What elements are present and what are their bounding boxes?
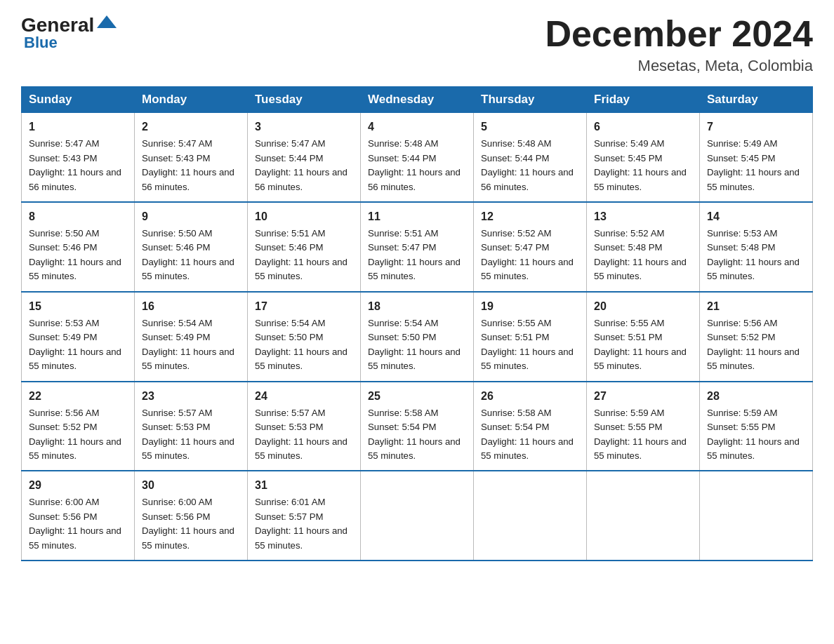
day-info: Sunrise: 5:53 AMSunset: 5:49 PMDaylight:… <box>29 318 121 371</box>
day-info: Sunrise: 6:00 AMSunset: 5:56 PMDaylight:… <box>29 497 121 550</box>
day-number: 7 <box>707 119 805 135</box>
day-number: 20 <box>594 298 692 315</box>
day-number: 2 <box>142 119 240 135</box>
calendar-week-row-4: 22 Sunrise: 5:56 AMSunset: 5:52 PMDaylig… <box>22 382 813 471</box>
logo: General Blue <box>21 14 118 52</box>
day-info: Sunrise: 5:59 AMSunset: 5:55 PMDaylight:… <box>594 408 687 461</box>
calendar-cell: 18 Sunrise: 5:54 AMSunset: 5:50 PMDaylig… <box>361 292 474 382</box>
calendar-cell <box>474 471 587 561</box>
calendar-cell: 6 Sunrise: 5:49 AMSunset: 5:45 PMDayligh… <box>587 113 700 202</box>
day-info: Sunrise: 5:49 AMSunset: 5:45 PMDaylight:… <box>707 138 800 192</box>
calendar-cell: 28 Sunrise: 5:59 AMSunset: 5:55 PMDaylig… <box>700 382 813 471</box>
day-info: Sunrise: 5:51 AMSunset: 5:47 PMDaylight:… <box>368 228 461 281</box>
calendar-cell: 29 Sunrise: 6:00 AMSunset: 5:56 PMDaylig… <box>22 471 135 561</box>
calendar-cell: 3 Sunrise: 5:47 AMSunset: 5:44 PMDayligh… <box>248 113 361 202</box>
col-saturday: Saturday <box>700 87 813 113</box>
logo-flag-icon <box>95 14 118 36</box>
calendar-cell <box>361 471 474 561</box>
calendar-week-row-5: 29 Sunrise: 6:00 AMSunset: 5:56 PMDaylig… <box>22 471 813 561</box>
day-info: Sunrise: 5:55 AMSunset: 5:51 PMDaylight:… <box>594 318 687 371</box>
calendar-cell: 2 Sunrise: 5:47 AMSunset: 5:43 PMDayligh… <box>135 113 248 202</box>
day-info: Sunrise: 5:54 AMSunset: 5:49 PMDaylight:… <box>142 318 234 371</box>
day-number: 11 <box>368 208 466 225</box>
svg-marker-0 <box>97 15 117 28</box>
day-info: Sunrise: 5:47 AMSunset: 5:43 PMDaylight:… <box>142 138 234 192</box>
day-info: Sunrise: 5:51 AMSunset: 5:46 PMDaylight:… <box>255 228 348 281</box>
calendar-cell: 25 Sunrise: 5:58 AMSunset: 5:54 PMDaylig… <box>361 382 474 471</box>
col-thursday: Thursday <box>474 87 587 113</box>
day-number: 24 <box>255 388 353 405</box>
day-info: Sunrise: 5:59 AMSunset: 5:55 PMDaylight:… <box>707 408 800 461</box>
calendar-header-row: Sunday Monday Tuesday Wednesday Thursday… <box>22 87 813 113</box>
day-number: 31 <box>255 477 353 494</box>
calendar-cell: 23 Sunrise: 5:57 AMSunset: 5:53 PMDaylig… <box>135 382 248 471</box>
calendar-cell: 30 Sunrise: 6:00 AMSunset: 5:56 PMDaylig… <box>135 471 248 561</box>
day-number: 4 <box>368 119 466 135</box>
day-info: Sunrise: 5:48 AMSunset: 5:44 PMDaylight:… <box>368 138 461 192</box>
day-info: Sunrise: 5:48 AMSunset: 5:44 PMDaylight:… <box>481 138 574 192</box>
day-info: Sunrise: 5:54 AMSunset: 5:50 PMDaylight:… <box>368 318 461 371</box>
day-info: Sunrise: 5:54 AMSunset: 5:50 PMDaylight:… <box>255 318 348 371</box>
col-sunday: Sunday <box>22 87 135 113</box>
day-info: Sunrise: 5:50 AMSunset: 5:46 PMDaylight:… <box>29 228 121 281</box>
day-number: 12 <box>481 208 579 225</box>
day-number: 14 <box>707 208 805 225</box>
col-monday: Monday <box>135 87 248 113</box>
day-info: Sunrise: 6:00 AMSunset: 5:56 PMDaylight:… <box>142 497 234 550</box>
day-number: 3 <box>255 119 353 135</box>
day-info: Sunrise: 5:49 AMSunset: 5:45 PMDaylight:… <box>594 138 687 192</box>
day-number: 13 <box>594 208 692 225</box>
calendar-cell: 27 Sunrise: 5:59 AMSunset: 5:55 PMDaylig… <box>587 382 700 471</box>
day-info: Sunrise: 5:47 AMSunset: 5:43 PMDaylight:… <box>29 138 121 192</box>
day-info: Sunrise: 5:56 AMSunset: 5:52 PMDaylight:… <box>29 408 121 461</box>
day-number: 17 <box>255 298 353 315</box>
day-number: 26 <box>481 388 579 405</box>
day-number: 27 <box>594 388 692 405</box>
day-info: Sunrise: 6:01 AMSunset: 5:57 PMDaylight:… <box>255 497 348 550</box>
calendar-cell: 17 Sunrise: 5:54 AMSunset: 5:50 PMDaylig… <box>248 292 361 382</box>
day-number: 30 <box>142 477 240 494</box>
day-info: Sunrise: 5:52 AMSunset: 5:48 PMDaylight:… <box>594 228 687 281</box>
day-number: 21 <box>707 298 805 315</box>
day-number: 29 <box>29 477 127 494</box>
calendar-cell: 4 Sunrise: 5:48 AMSunset: 5:44 PMDayligh… <box>361 113 474 202</box>
calendar-table: Sunday Monday Tuesday Wednesday Thursday… <box>21 86 813 561</box>
day-info: Sunrise: 5:55 AMSunset: 5:51 PMDaylight:… <box>481 318 574 371</box>
calendar-cell: 12 Sunrise: 5:52 AMSunset: 5:47 PMDaylig… <box>474 202 587 292</box>
calendar-cell: 10 Sunrise: 5:51 AMSunset: 5:46 PMDaylig… <box>248 202 361 292</box>
month-title: December 2024 <box>545 14 813 54</box>
location-subtitle: Mesetas, Meta, Colombia <box>545 57 813 75</box>
calendar-cell: 24 Sunrise: 5:57 AMSunset: 5:53 PMDaylig… <box>248 382 361 471</box>
day-number: 8 <box>29 208 127 225</box>
day-info: Sunrise: 5:47 AMSunset: 5:44 PMDaylight:… <box>255 138 348 192</box>
day-number: 18 <box>368 298 466 315</box>
col-wednesday: Wednesday <box>361 87 474 113</box>
day-number: 23 <box>142 388 240 405</box>
day-number: 28 <box>707 388 805 405</box>
day-number: 6 <box>594 119 692 135</box>
calendar-cell: 16 Sunrise: 5:54 AMSunset: 5:49 PMDaylig… <box>135 292 248 382</box>
day-info: Sunrise: 5:52 AMSunset: 5:47 PMDaylight:… <box>481 228 574 281</box>
page-header: General Blue December 2024 Mesetas, Meta… <box>21 14 813 75</box>
day-number: 9 <box>142 208 240 225</box>
calendar-cell: 26 Sunrise: 5:58 AMSunset: 5:54 PMDaylig… <box>474 382 587 471</box>
calendar-cell: 20 Sunrise: 5:55 AMSunset: 5:51 PMDaylig… <box>587 292 700 382</box>
day-info: Sunrise: 5:56 AMSunset: 5:52 PMDaylight:… <box>707 318 800 371</box>
day-info: Sunrise: 5:58 AMSunset: 5:54 PMDaylight:… <box>481 408 574 461</box>
day-number: 5 <box>481 119 579 135</box>
col-friday: Friday <box>587 87 700 113</box>
calendar-cell: 8 Sunrise: 5:50 AMSunset: 5:46 PMDayligh… <box>22 202 135 292</box>
calendar-cell: 13 Sunrise: 5:52 AMSunset: 5:48 PMDaylig… <box>587 202 700 292</box>
calendar-cell: 15 Sunrise: 5:53 AMSunset: 5:49 PMDaylig… <box>22 292 135 382</box>
day-info: Sunrise: 5:58 AMSunset: 5:54 PMDaylight:… <box>368 408 461 461</box>
day-info: Sunrise: 5:50 AMSunset: 5:46 PMDaylight:… <box>142 228 234 281</box>
col-tuesday: Tuesday <box>248 87 361 113</box>
day-info: Sunrise: 5:57 AMSunset: 5:53 PMDaylight:… <box>255 408 348 461</box>
calendar-cell: 31 Sunrise: 6:01 AMSunset: 5:57 PMDaylig… <box>248 471 361 561</box>
logo-blue-text: Blue <box>24 34 58 52</box>
calendar-cell: 19 Sunrise: 5:55 AMSunset: 5:51 PMDaylig… <box>474 292 587 382</box>
calendar-cell: 5 Sunrise: 5:48 AMSunset: 5:44 PMDayligh… <box>474 113 587 202</box>
calendar-cell: 9 Sunrise: 5:50 AMSunset: 5:46 PMDayligh… <box>135 202 248 292</box>
calendar-week-row-2: 8 Sunrise: 5:50 AMSunset: 5:46 PMDayligh… <box>22 202 813 292</box>
calendar-cell <box>700 471 813 561</box>
